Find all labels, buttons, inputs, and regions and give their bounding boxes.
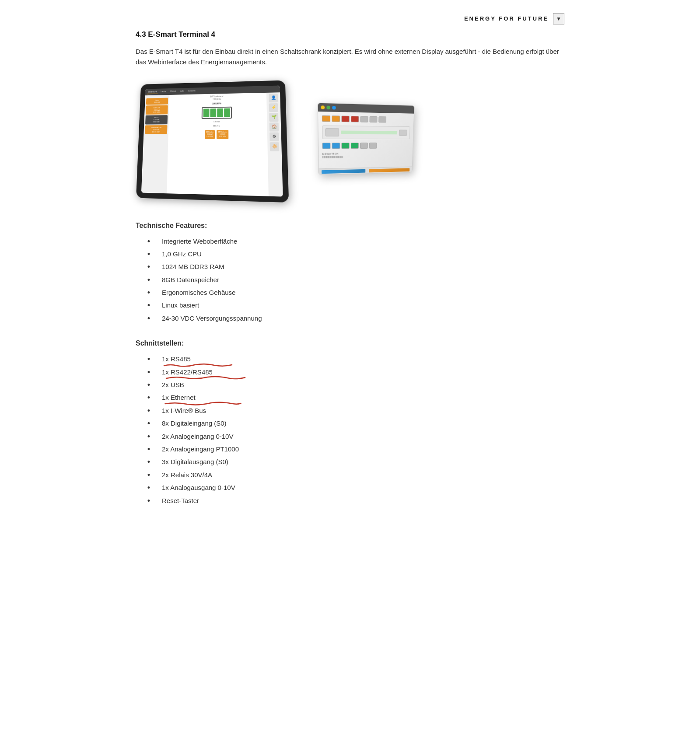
list-item: • 8GB Datenspeicher: [136, 274, 564, 287]
rs422-underline: [162, 375, 249, 380]
tablet-image: Übersicht Heute Monat Jahr Gesamt Timer0…: [136, 80, 289, 203]
section-description: Das E-Smart T4 ist für den Einbau direkt…: [136, 46, 564, 67]
bullet-s8: •: [136, 444, 162, 454]
section-title: 4.3 E-Smart Terminal 4: [136, 29, 564, 40]
brand-title: ENERGY FOR FUTURE: [464, 14, 549, 23]
connector-green-2: [351, 143, 359, 149]
tablet-right-panel: 👤 ⚡ 🌱 🏠 ⚙ 🔆: [266, 92, 283, 196]
dark-block-netz: NETZ0.02 kW0.01 kWh: [145, 115, 168, 124]
bullet-dot-4: •: [136, 275, 162, 285]
rs422-label: 1x RS422/RS485: [162, 368, 213, 376]
module-board: [341, 130, 397, 134]
relais-label: 2x Relais 30V/4A: [162, 470, 212, 480]
list-item: • Ergonomisches Gehäuse: [136, 287, 564, 299]
battery-visual-container: [171, 106, 265, 119]
bullet-dot-1: •: [136, 237, 162, 247]
schnittstellen-item-analog-in-pt1000: • 2x Analogeingang PT1000: [136, 443, 564, 456]
battery-cell-2: [210, 108, 216, 117]
bullet-s4: •: [136, 393, 162, 403]
right-icon-6: 🔆: [270, 142, 280, 151]
tab-monat: Monat: [169, 89, 177, 93]
orange-block-verbrauch: VERBRAUCH1.00 kW10-73 kWh: [145, 125, 167, 134]
right-icon-1: 👤: [269, 94, 278, 102]
schnittstellen-item-rs485: • 1x RS485: [136, 353, 564, 366]
voltage-label: 349.73 V: [170, 124, 265, 127]
connector-gray-4: [360, 142, 368, 148]
digital-out-label: 3x Digitalausgang (S0): [162, 457, 228, 467]
bullet-s3: •: [136, 380, 162, 390]
connector-red-2: [351, 115, 359, 122]
schnittstellen-section: Schnittstellen: • 1x RS485 • 1x RS422/RS…: [136, 338, 564, 507]
feature-item-7: 24-30 VDC Versorgungsspannung: [162, 314, 262, 324]
bat-einladen-block: BAT Einladen0.00 kW0.00 kWh: [217, 129, 228, 139]
dropdown-button[interactable]: ▼: [553, 13, 564, 24]
module-port: [399, 129, 407, 136]
tab-uebersicht: Übersicht: [147, 90, 158, 94]
bullet-s11: •: [136, 483, 162, 493]
page-wrapper: ENERGY FOR FUTURE ▼ 4.3 E-Smart Terminal…: [109, 0, 591, 542]
schnittstellen-item-reset: • Reset-Taster: [136, 495, 564, 507]
battery-cell-1: [203, 108, 210, 117]
din-body: E-Smart T4 DIN |||||||||||||||||||||||||…: [318, 111, 414, 162]
tab-heute: Heute: [159, 90, 167, 94]
right-icon-3: 🌱: [269, 112, 278, 121]
reset-label: Reset-Taster: [162, 496, 199, 506]
connector-gray-1: [360, 116, 368, 122]
features-title: Technische Features:: [136, 220, 564, 231]
images-row: Übersicht Heute Monat Jahr Gesamt Timer0…: [136, 80, 564, 199]
chevron-down-icon: ▼: [556, 15, 561, 23]
feature-item-2: 1,0 GHz CPU: [162, 249, 202, 259]
orange-block-timer: Timer0.00 kW: [146, 98, 168, 105]
rs485-label: 1x RS485: [162, 355, 191, 363]
tablet-screen: Übersicht Heute Monat Jahr Gesamt Timer0…: [141, 85, 283, 196]
bullet-s10: •: [136, 470, 162, 480]
schnittstellen-list: • 1x RS485 • 1x RS422/RS485: [136, 353, 564, 507]
bottom-info-blocks: BAT Laden0.02 kW0.00 kWh BAT Einladen0.0…: [170, 129, 266, 139]
tablet-content: Timer0.00 kW BAT Lad.2.36 kW6.31 kWh NET…: [141, 92, 283, 196]
din-bottom-block-1: [322, 169, 365, 173]
bullet-s1: •: [136, 354, 162, 364]
digital-in-label: 8x Digitaleingang (S0): [162, 419, 227, 429]
feature-item-6: Linux basiert: [162, 301, 199, 311]
feature-item-4: 8GB Datenspeicher: [162, 275, 219, 285]
features-list: • Integrierte Weboberfläche • 1,0 GHz CP…: [136, 235, 564, 325]
analog-in-10v-label: 2x Analogeingang 0-10V: [162, 432, 233, 442]
schnittstellen-item-iwire: • 1x I-Wire® Bus: [136, 405, 564, 417]
battery-cell-3: [217, 108, 223, 117]
list-item: • 24-30 VDC Versorgungsspannung: [136, 312, 564, 325]
ethernet-text: 1x Ethernet: [162, 393, 196, 403]
connector-green-1: [341, 143, 349, 149]
connector-red-1: [341, 115, 350, 122]
list-item: • Linux basiert: [136, 299, 564, 312]
tablet-left-panel: Timer0.00 kW BAT Lad.2.36 kW6.31 kWh NET…: [141, 94, 169, 193]
connector-row-1: [322, 115, 411, 123]
bullet-dot-3: •: [136, 262, 162, 272]
connector-gray-3: [378, 116, 386, 122]
ethernet-label: 1x Ethernet: [162, 394, 196, 401]
list-item: • Integrierte Weboberfläche: [136, 235, 564, 248]
bullet-s2: •: [136, 367, 162, 377]
battery-cell-4: [224, 108, 230, 117]
analog-out-label: 1x Analogausgang 0-10V: [162, 483, 235, 493]
bat-laden-block: BAT Laden0.02 kW0.00 kWh: [205, 130, 215, 139]
kw-label: 1.35 kW: [170, 120, 265, 123]
bullet-dot-5: •: [136, 288, 162, 298]
schnittstellen-item-usb: • 2x USB: [136, 379, 564, 391]
orange-block-bat: BAT Lad.2.36 kW6.31 kWh: [146, 105, 168, 114]
module-chip: [326, 128, 340, 136]
din-bottom-block-2: [369, 168, 410, 172]
right-icon-2: ⚡: [269, 103, 278, 112]
tab-jahr: Jahr: [178, 89, 185, 93]
list-item: • 1,0 GHz CPU: [136, 248, 564, 261]
connector-blue-1: [322, 143, 330, 149]
feature-item-1: Integrierte Weboberfläche: [162, 237, 237, 247]
ethernet-underline: [162, 401, 243, 405]
rs485-underline: [162, 363, 236, 367]
right-icon-4: 🏠: [270, 122, 279, 131]
led-blue: [332, 105, 336, 109]
led-yellow: [321, 105, 325, 109]
din-main-module: [322, 125, 410, 139]
iwire-label: 1x I-Wire® Bus: [162, 406, 206, 416]
bullet-s6: •: [136, 419, 162, 429]
schnittstellen-item-rs422: • 1x RS422/RS485: [136, 366, 564, 379]
